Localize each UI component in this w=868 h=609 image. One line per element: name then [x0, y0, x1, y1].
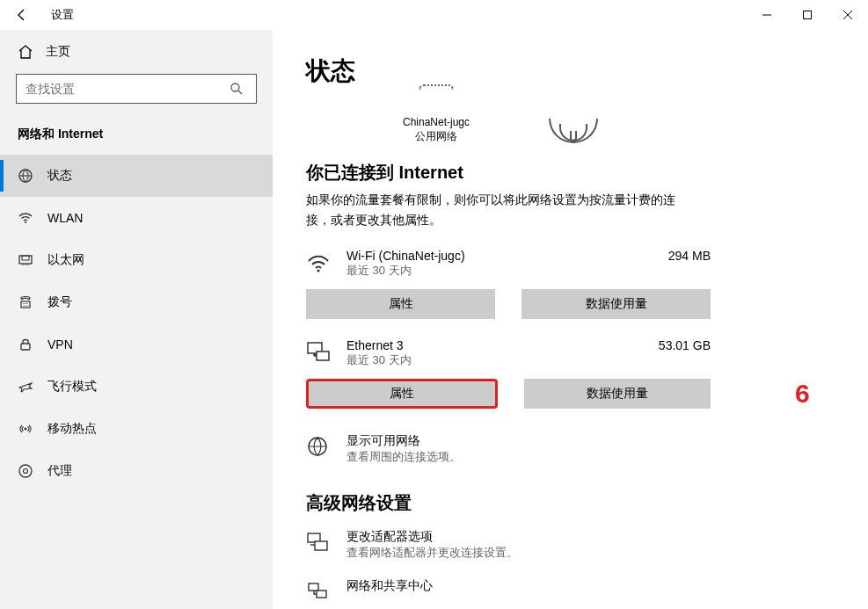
proxy-icon	[18, 463, 33, 479]
connection-sub: 最近 30 天内	[346, 352, 711, 368]
svg-point-17	[26, 305, 27, 306]
svg-rect-24	[317, 352, 329, 360]
titlebar: 设置	[0, 0, 868, 30]
adapter-sub: 查看网络适配器并更改连接设置。	[346, 545, 518, 561]
maximize-button[interactable]	[787, 0, 828, 30]
svg-point-20	[19, 465, 32, 477]
close-button[interactable]	[828, 0, 868, 30]
sidebar-item-status[interactable]: 状态	[0, 155, 273, 197]
connection-sub: 最近 30 天内	[346, 263, 711, 279]
search-input[interactable]	[17, 82, 230, 96]
svg-rect-11	[21, 301, 30, 308]
sidebar-item-label: 以太网	[47, 252, 84, 268]
connection-wifi: Wi-Fi (ChinaNet-jugc) 最近 30 天内 294 MB	[306, 249, 711, 279]
home-button[interactable]: 主页	[0, 35, 273, 69]
sidebar-item-hotspot[interactable]: 移动热点	[0, 408, 273, 450]
svg-point-13	[25, 303, 26, 304]
connection-name: Wi-Fi (ChinaNet-jugc)	[346, 249, 711, 263]
ethernet-properties-button[interactable]: 属性	[306, 379, 498, 409]
content-area: 状态 ChinaNet-jugc 公用网络 你已连接到 Internet 如果你…	[273, 30, 868, 609]
svg-rect-1	[804, 11, 812, 19]
annotation-6: 6	[795, 379, 810, 409]
hero-wifi-type: 公用网络	[415, 130, 457, 144]
hero-wifi-name: ChinaNet-jugc	[403, 116, 470, 130]
page-title: 状态	[306, 54, 838, 88]
globe-icon	[549, 119, 598, 143]
sidebar-section-title: 网络和 Internet	[0, 120, 273, 155]
sidebar-item-label: WLAN	[47, 211, 83, 225]
connected-desc: 如果你的流量套餐有限制，则你可以将此网络设置为按流量计费的连接，或者更改其他属性…	[306, 190, 693, 229]
svg-point-16	[25, 305, 26, 306]
wifi-properties-button[interactable]: 属性	[306, 289, 495, 319]
connection-name: Ethernet 3	[346, 338, 711, 352]
svg-point-2	[231, 83, 239, 91]
svg-point-14	[26, 303, 27, 304]
svg-line-3	[238, 91, 242, 94]
show-networks-title: 显示可用网络	[346, 433, 461, 449]
show-available-networks[interactable]: 显示可用网络 查看周围的连接选项。	[306, 433, 711, 465]
hero-internet	[549, 119, 598, 143]
status-icon	[18, 168, 33, 184]
globe-icon	[306, 435, 331, 460]
sidebar-item-proxy[interactable]: 代理	[0, 450, 273, 492]
sidebar-item-airplane[interactable]: 飞行模式	[0, 366, 273, 408]
app-title: 设置	[51, 7, 74, 23]
sidebar-item-label: 拨号	[47, 294, 72, 310]
ethernet-icon	[306, 340, 331, 365]
sidebar-item-wlan[interactable]: WLAN	[0, 197, 273, 239]
sidebar-item-ethernet[interactable]: 以太网	[0, 239, 273, 281]
adapter-icon	[306, 531, 331, 555]
svg-point-19	[25, 428, 27, 431]
back-button[interactable]	[9, 0, 35, 30]
wifi-data-usage-button[interactable]: 数据使用量	[522, 289, 711, 319]
show-networks-sub: 查看周围的连接选项。	[346, 449, 461, 465]
minimize-button[interactable]	[747, 0, 787, 30]
connected-title: 你已连接到 Internet	[306, 161, 838, 185]
svg-rect-32	[317, 591, 326, 598]
ethernet-data-usage-button[interactable]: 数据使用量	[524, 379, 711, 409]
svg-rect-7	[22, 256, 29, 260]
svg-point-5	[25, 221, 26, 223]
adapter-title: 更改适配器选项	[346, 529, 518, 545]
wifi-icon	[306, 250, 331, 275]
dialup-icon	[18, 294, 33, 310]
sharing-title: 网络和共享中心	[346, 578, 433, 594]
vpn-icon	[18, 337, 33, 352]
connection-usage: 53.01 GB	[659, 338, 711, 352]
wifi-icon	[18, 210, 33, 226]
hero-icons: ChinaNet-jugc 公用网络	[403, 90, 838, 143]
svg-point-21	[24, 469, 28, 474]
connection-ethernet: Ethernet 3 最近 30 天内 53.01 GB	[306, 338, 711, 368]
search-icon	[230, 82, 256, 96]
hotspot-icon	[18, 421, 33, 437]
search-box[interactable]	[16, 74, 257, 104]
hero-local-device: ChinaNet-jugc 公用网络	[403, 90, 470, 143]
svg-point-12	[23, 303, 24, 304]
sharing-icon	[306, 580, 331, 605]
sidebar-item-label: 移动热点	[47, 421, 97, 437]
ethernet-icon	[18, 252, 33, 268]
sidebar-item-vpn[interactable]: VPN	[0, 323, 273, 366]
advanced-title: 高级网络设置	[306, 491, 838, 515]
sidebar-item-dialup[interactable]: 拨号	[0, 281, 273, 323]
sidebar: 主页 网络和 Internet 状态	[0, 30, 273, 609]
svg-rect-31	[309, 584, 318, 591]
svg-rect-29	[315, 541, 327, 550]
home-icon	[18, 44, 33, 60]
airplane-icon	[18, 379, 33, 395]
svg-rect-18	[21, 344, 30, 350]
sidebar-item-label: 代理	[47, 463, 72, 479]
svg-point-15	[23, 305, 24, 306]
adapter-options[interactable]: 更改适配器选项 查看网络适配器并更改连接设置。	[306, 529, 746, 561]
connection-usage: 294 MB	[668, 249, 711, 263]
sidebar-item-label: VPN	[47, 337, 73, 352]
svg-point-22	[317, 269, 319, 272]
computer-wifi-icon	[415, 90, 457, 116]
home-label: 主页	[46, 44, 70, 60]
sidebar-item-label: 状态	[47, 168, 72, 184]
sidebar-item-label: 飞行模式	[47, 379, 97, 395]
network-sharing-center[interactable]: 网络和共享中心	[306, 578, 746, 605]
